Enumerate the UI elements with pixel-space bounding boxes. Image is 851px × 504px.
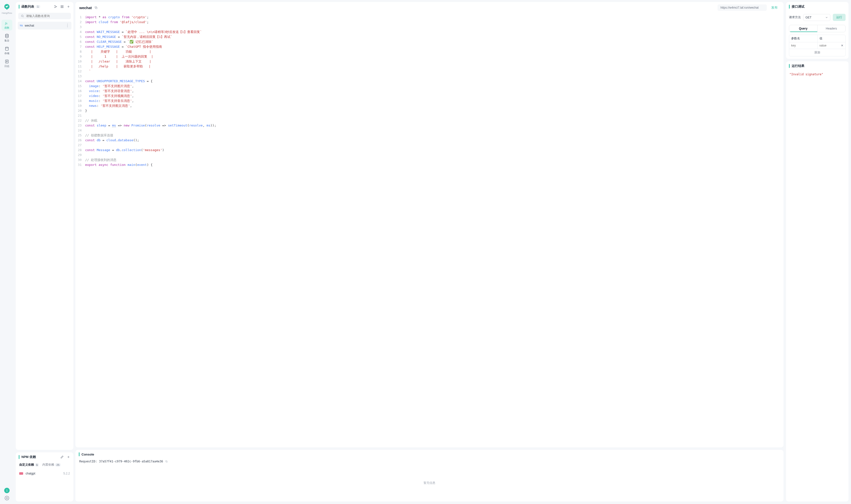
add-function-icon[interactable] [67,5,70,8]
dependency-item[interactable]: chatgpt 5.2.2 [16,470,73,477]
npm-panel: NPM 依赖 自定义依赖 1 内置依赖 25 chatgpt [16,452,73,502]
params-table: 参数名 值 ✕ 添加 [789,35,846,56]
storage-icon [4,46,10,51]
logs-icon [4,59,10,64]
fx-icon: fx [4,21,10,25]
copy-request-id-icon[interactable] [165,460,168,463]
svg-point-1 [5,34,8,35]
method-select[interactable]: GET [803,14,830,21]
code-editor[interactable]: 1234567891011121314151617181920212223242… [75,13,783,447]
function-url[interactable]: https://w4mci7.laf.run/wechat [717,4,767,11]
editor-title: wechat [79,6,92,10]
col-value-header: 值 [817,35,846,42]
rail-item-storage[interactable]: 存储 [1,45,12,56]
npm-title: NPM 依赖 [21,455,36,459]
more-icon[interactable]: ⋮ [66,24,69,28]
tree-icon[interactable] [54,5,58,8]
console-title: Console [82,453,94,456]
debug-panel: 接口调试 请求方法 GET 运行 Query Headers 参数名 值 [786,2,849,59]
notification-badge[interactable]: 1 [4,488,10,493]
edit-icon[interactable] [60,455,64,459]
function-name: wechat [25,24,64,27]
svg-point-6 [54,7,55,7]
result-panel: 运行结果 "Invalid signature" [786,61,849,502]
add-dep-icon[interactable] [67,455,70,459]
request-id-label: RequestID: [79,460,97,463]
ts-badge: TS [20,24,23,27]
accent-bar [19,5,19,8]
rail-item-logs[interactable]: 日志 [1,58,12,69]
accent-bar [19,455,19,459]
accent-bar [79,452,79,456]
add-param-button[interactable]: 添加 [789,49,845,56]
tab-query[interactable]: Query [789,25,817,32]
function-search-input[interactable] [26,14,69,18]
svg-point-5 [54,5,55,6]
svg-point-7 [56,6,57,7]
rail-item-functions[interactable]: fx 函数 [1,20,12,31]
console-empty: 暂无信息 [75,464,783,502]
param-value-input[interactable] [819,44,841,47]
console-card: Console RequestID: 37a57f41-c979-402c-9f… [75,450,783,502]
method-label: 请求方法 [789,15,801,19]
request-id: 37a57f41-c979-402c-9fb6-a5a817aa4e36 [99,460,163,463]
copy-icon[interactable] [94,6,98,10]
tab-headers[interactable]: Headers [817,25,846,32]
result-title: 运行结果 [792,64,804,68]
svg-rect-2 [5,47,8,50]
rail-item-collections[interactable]: 集合 [1,33,12,43]
tab-custom-deps[interactable]: 自定义依赖 1 [19,463,39,468]
svg-rect-11 [62,7,63,8]
param-tabs: Query Headers [789,25,846,32]
param-key-input[interactable] [791,44,815,47]
result-body: "Invalid signature" [786,71,849,78]
function-list-panel: 函数列表 1 TS wechat ⋮ [16,2,73,450]
accent-bar [789,5,790,8]
col-key-header: 参数名 [789,35,817,42]
debug-title: 接口调试 [792,4,804,9]
function-list-title: 函数列表 [21,4,34,9]
grid-icon[interactable] [60,5,64,8]
run-button[interactable]: 运行 [833,14,846,21]
svg-rect-9 [62,5,63,6]
brand-logo [2,2,11,11]
svg-point-12 [21,15,23,17]
function-search[interactable] [18,13,71,19]
database-icon [4,34,10,38]
accent-bar [789,64,790,68]
svg-point-4 [6,498,7,499]
param-row: ✕ [789,42,845,49]
settings-icon[interactable] [4,496,10,501]
npm-icon [19,472,23,475]
svg-text:fx: fx [5,21,7,25]
remove-param-icon[interactable]: ✕ [841,44,844,47]
search-icon [21,14,24,18]
svg-rect-8 [61,5,62,6]
side-rail: HangZhou fx 函数 集合 存储 日志 1 [0,0,14,504]
tab-builtin-deps[interactable]: 内置依赖 25 [42,463,60,468]
editor-card: wechat https://w4mci7.laf.run/wechat 发布 … [75,2,783,447]
chevron-down-icon [825,16,828,19]
function-list-item[interactable]: TS wechat ⋮ [18,22,71,30]
publish-button[interactable]: 发布 [769,4,780,11]
brand-name: HangZhou [2,12,12,14]
svg-rect-10 [61,7,62,8]
function-count-badge: 1 [36,5,40,8]
